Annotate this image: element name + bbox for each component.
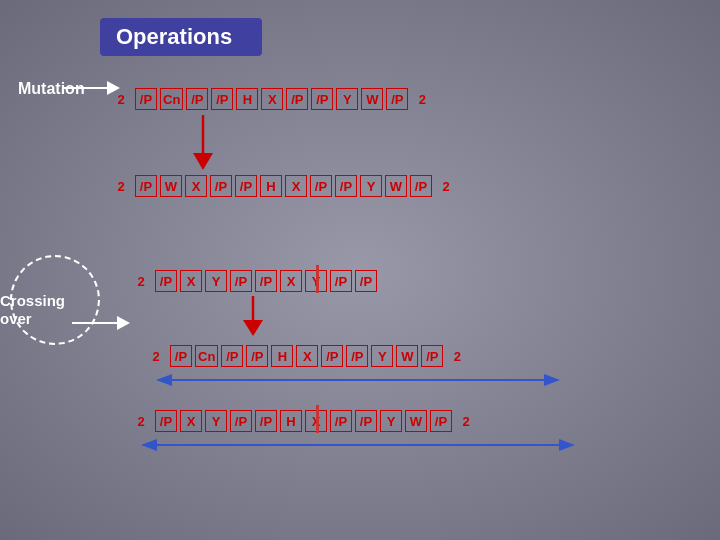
cell: /P <box>170 345 192 367</box>
cell: /P <box>410 175 432 197</box>
page-title: Operations <box>100 18 262 56</box>
svg-marker-3 <box>193 153 213 170</box>
cell: /P <box>355 270 377 292</box>
cell: /P <box>255 270 277 292</box>
cell: Y <box>360 175 382 197</box>
svg-marker-7 <box>243 320 263 336</box>
cell: 2 <box>130 270 152 292</box>
chromosome-row-3: 2 /P X Y /P /P X Y /P /P <box>130 270 377 292</box>
cell: /P <box>386 88 408 110</box>
mutation-down-arrow <box>188 115 218 170</box>
chromosome-row-5: 2 /P X Y /P /P H X /P /P Y W /P 2 <box>130 410 477 432</box>
cell: /P <box>321 345 343 367</box>
crossover-split-bar <box>316 265 319 293</box>
cell: W <box>396 345 418 367</box>
cell: W <box>385 175 407 197</box>
cell: /P <box>230 270 252 292</box>
cell: /P <box>135 175 157 197</box>
cell: /P <box>421 345 443 367</box>
cell: X <box>180 270 202 292</box>
crossing-down-arrow <box>238 296 268 336</box>
cell: /P <box>155 410 177 432</box>
cell: 2 <box>435 175 457 197</box>
cell: /P <box>230 410 252 432</box>
cell: /P <box>211 88 233 110</box>
cell: /P <box>330 270 352 292</box>
cell: X <box>261 88 283 110</box>
cell: Y <box>205 410 227 432</box>
cell: 2 <box>130 410 152 432</box>
cell: W <box>405 410 427 432</box>
svg-marker-5 <box>117 316 130 330</box>
cell: /P <box>186 88 208 110</box>
bottom-arrow-row5 <box>133 435 583 455</box>
cell: /P <box>330 410 352 432</box>
cell: 2 <box>446 345 468 367</box>
cell: X <box>280 270 302 292</box>
cell: /P <box>135 88 157 110</box>
cell: /P <box>310 175 332 197</box>
cell: /P <box>286 88 308 110</box>
cell: X <box>285 175 307 197</box>
cell: /P <box>311 88 333 110</box>
crossover-split-bar-2 <box>316 405 319 433</box>
cell: 2 <box>411 88 433 110</box>
cell: Y <box>371 345 393 367</box>
chromosome-row-1: 2 /P Cn /P /P H X /P /P Y W /P 2 <box>110 88 433 110</box>
cell: 2 <box>145 345 167 367</box>
cell: /P <box>355 410 377 432</box>
cell: H <box>260 175 282 197</box>
cell: H <box>236 88 258 110</box>
cell: /P <box>155 270 177 292</box>
cell: W <box>361 88 383 110</box>
cell: X <box>185 175 207 197</box>
chromosome-row-2: 2 /P W X /P /P H X /P /P Y W /P 2 <box>110 175 457 197</box>
cell: /P <box>346 345 368 367</box>
cell: Cn <box>160 88 183 110</box>
cell: H <box>271 345 293 367</box>
cell: /P <box>430 410 452 432</box>
crossing-over-circle <box>10 255 100 345</box>
cell: Y <box>336 88 358 110</box>
cell: /P <box>221 345 243 367</box>
cell: W <box>160 175 182 197</box>
cell: /P <box>246 345 268 367</box>
cell: 2 <box>110 175 132 197</box>
cell: /P <box>335 175 357 197</box>
cell: Cn <box>195 345 218 367</box>
cell: /P <box>235 175 257 197</box>
chromosome-row-4: 2 /P Cn /P /P H X /P /P Y W /P 2 <box>145 345 468 367</box>
cell: /P <box>255 410 277 432</box>
cell: H <box>280 410 302 432</box>
cell: X <box>180 410 202 432</box>
cell: Y <box>205 270 227 292</box>
cell: 2 <box>455 410 477 432</box>
cell: Y <box>380 410 402 432</box>
cell: X <box>296 345 318 367</box>
cell: 2 <box>110 88 132 110</box>
cell: /P <box>210 175 232 197</box>
bottom-arrow-row4 <box>148 370 568 390</box>
